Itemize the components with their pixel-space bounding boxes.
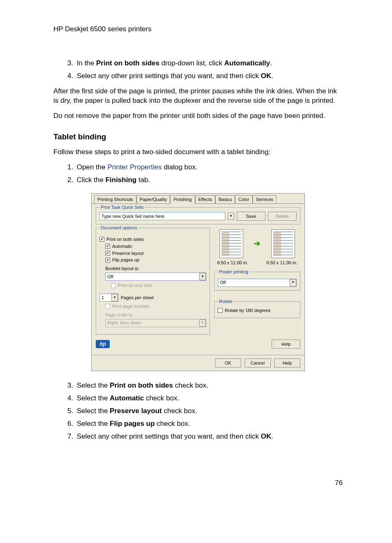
tab-finishing[interactable]: Finishing — [170, 195, 195, 204]
paragraph-2: Do not remove the paper from the printer… — [53, 111, 343, 121]
quickset-name-input[interactable] — [99, 212, 225, 220]
printer-properties-link[interactable]: Printer Properties — [107, 163, 161, 171]
step-b-2: 2. Click the Finishing tab. — [64, 176, 343, 185]
help-button-footer[interactable]: Help — [274, 358, 300, 367]
step-c-5: 5. Select the Preserve layout check box. — [64, 407, 343, 416]
rotate-180-row[interactable]: Rotate by 180 degrees — [218, 307, 297, 314]
section-heading: Tablet binding — [53, 132, 343, 142]
tab-services[interactable]: Services — [253, 195, 277, 203]
step-a-4: 4. Select any other print settings that … — [64, 72, 343, 81]
steps-list-c: 3. Select the Print on both sides check … — [53, 381, 343, 441]
tab-color[interactable]: Color — [235, 195, 252, 203]
poster-printing-select[interactable]: Off ▼ — [218, 279, 297, 287]
chevron-down-icon: ▼ — [199, 319, 206, 327]
quickset-group: Print Task Quick Sets ▼ Save Delete — [96, 207, 300, 224]
ok-button[interactable]: OK — [215, 358, 241, 367]
step-c-7: 7. Select any other print settings that … — [64, 432, 343, 441]
quickset-dropdown-arrow[interactable]: ▼ — [228, 213, 234, 220]
chevron-down-icon[interactable]: ▼ — [290, 279, 296, 287]
automatic-checkbox[interactable] — [105, 244, 110, 249]
document-options-group: Document options Print on both sides Aut… — [96, 228, 210, 335]
steps-list-a: 3. In the Print on both sides drop-down … — [53, 59, 343, 81]
save-button[interactable]: Save — [237, 212, 265, 221]
tab-printing-shortcuts[interactable]: Printing Shortcuts — [94, 195, 136, 203]
booklet-select[interactable]: Off ▼ — [105, 273, 206, 281]
dimension-row: 8.50 x 11.00 in. 8.50 x 11.00 in. — [214, 260, 300, 266]
page-order-select: Right, then down ▼ — [105, 319, 206, 327]
preview-page-1 — [219, 229, 243, 258]
printer-properties-dialog: Printing Shortcuts Paper/Quality Finishi… — [91, 193, 305, 371]
rotate-180-checkbox[interactable] — [218, 308, 223, 313]
dialog-footer: OK Cancel Help — [92, 355, 304, 371]
flip-pages-up-checkbox[interactable] — [105, 258, 110, 263]
chevron-down-icon[interactable]: ▼ — [111, 294, 118, 301]
poster-printing-group: Poster printing Off ▼ — [214, 272, 300, 291]
tab-effects[interactable]: Effects — [195, 195, 215, 203]
chevron-down-icon[interactable]: ▼ — [199, 273, 206, 280]
print-one-side-row: Print on one side — [111, 282, 206, 289]
preserve-layout-row[interactable]: Preserve layout — [105, 250, 206, 256]
step-a-3: 3. In the Print on both sides drop-down … — [64, 59, 343, 68]
flip-pages-up-row[interactable]: Flip pages up — [105, 257, 206, 263]
paragraph-1: After the first side of the page is prin… — [53, 87, 343, 106]
pages-per-sheet-label: Pages per sheet — [121, 295, 154, 301]
print-borders-row: Print page borders — [105, 303, 206, 310]
step-c-3: 3. Select the Print on both sides check … — [64, 381, 343, 390]
preserve-layout-checkbox[interactable] — [105, 251, 110, 256]
page-order-label: Page order is: — [105, 312, 206, 318]
automatic-row[interactable]: Automatic — [105, 243, 206, 250]
print-borders-checkbox — [105, 304, 110, 309]
arrow-right-icon: ➔ — [254, 238, 261, 249]
step-c-6: 6. Select the Flip pages up check box. — [64, 419, 343, 429]
print-both-sides-row[interactable]: Print on both sides — [99, 236, 206, 243]
delete-button: Delete — [268, 212, 297, 221]
page-header: HP Deskjet 6500 series printers — [53, 25, 343, 34]
print-both-sides-checkbox[interactable] — [99, 237, 104, 242]
preview-row: ➔ — [214, 229, 300, 258]
step-b-1: 1. Open the Printer Properties dialog bo… — [64, 163, 343, 172]
cancel-button[interactable]: Cancel — [244, 358, 271, 367]
page-number: 76 — [53, 478, 343, 488]
print-one-side-checkbox — [111, 283, 116, 288]
tab-strip: Printing Shortcuts Paper/Quality Finishi… — [92, 194, 304, 203]
pages-per-sheet-select[interactable]: 1 ▼ — [99, 293, 118, 302]
preview-page-2 — [271, 229, 295, 258]
help-button[interactable]: Help — [272, 340, 300, 349]
step-c-4: 4. Select the Automatic check box. — [64, 394, 343, 403]
paragraph-3: Follow these steps to print a two-sided … — [53, 148, 343, 157]
tab-basics[interactable]: Basics — [215, 195, 235, 203]
steps-list-b: 1. Open the Printer Properties dialog bo… — [53, 163, 343, 185]
rotate-group: Rotate Rotate by 180 degrees — [214, 301, 300, 318]
booklet-label: Booklet layout is: — [105, 266, 206, 272]
hp-logo-icon: hp — [96, 340, 110, 348]
tab-paper-quality[interactable]: Paper/Quality — [136, 195, 171, 203]
